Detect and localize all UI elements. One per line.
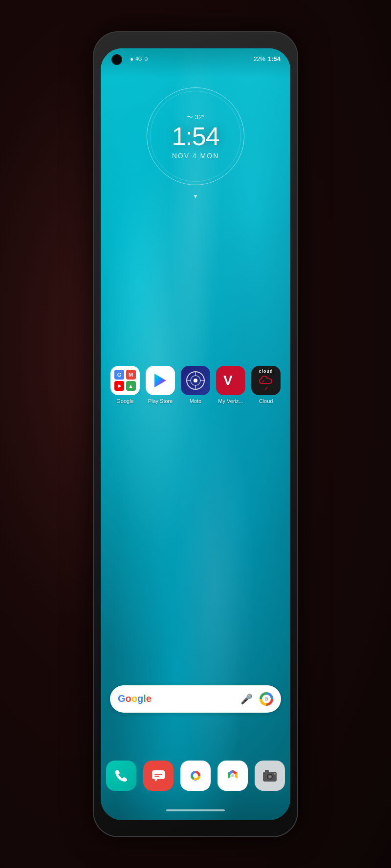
clock-time: 1:54 [172, 124, 219, 149]
cloud-icon[interactable]: cloud ✓ ✓ [251, 366, 281, 395]
moto-icon[interactable] [181, 366, 210, 395]
cloud-svg: ✓ [259, 375, 273, 384]
search-bar[interactable]: Google 🎤 ⊙ [110, 685, 281, 713]
playstore-icon[interactable] [146, 366, 175, 395]
svg-point-24 [274, 773, 276, 775]
phone-call-icon [113, 768, 129, 783]
data-icon: 4G [135, 56, 142, 62]
svg-text:V: V [223, 373, 233, 388]
dock-chrome[interactable] [180, 761, 211, 791]
status-right: 22% 1:54 [254, 55, 281, 63]
svg-point-3 [194, 379, 197, 382]
google-g-logo: Google [118, 693, 152, 704]
verizon-icon[interactable]: V [216, 366, 245, 395]
status-bar: ● 4G ⊙ 22% 1:54 [101, 48, 290, 70]
chrome-icon [187, 767, 204, 784]
app-grid: G M ▶ ▲ Google [105, 366, 286, 404]
signal-icon: ● [130, 56, 133, 63]
dock-phone[interactable] [106, 761, 136, 791]
clock-date: NOV 4 MON [172, 152, 219, 160]
time-status: 1:54 [268, 55, 281, 63]
playstore-label: Play Store [148, 398, 173, 404]
app-verizon[interactable]: V My Veriz... [215, 366, 246, 404]
app-google[interactable]: G M ▶ ▲ Google [109, 366, 141, 404]
lens-icon[interactable]: ⊙ [260, 692, 273, 706]
search-action-icons: 🎤 ⊙ [240, 692, 273, 706]
dock-camera[interactable] [255, 761, 285, 791]
phone-device: ● 4G ⊙ 22% 1:54 〜 32° 1:54 NOV 4 MON ▼ [93, 31, 298, 837]
scroll-down-arrow: ▼ [147, 193, 244, 200]
cloud-label: Cloud [259, 398, 273, 404]
app-cloud[interactable]: cloud ✓ ✓ Cloud [250, 366, 282, 404]
notification-icon: ⊙ [144, 56, 148, 62]
microphone-icon[interactable]: 🎤 [240, 693, 253, 705]
svg-text:✓: ✓ [261, 379, 265, 384]
google-icon[interactable]: G M ▶ ▲ [110, 366, 140, 395]
camera-hole [112, 55, 121, 64]
playstore-svg [152, 372, 169, 389]
svg-point-18 [231, 774, 234, 777]
app-playstore[interactable]: Play Store [145, 366, 176, 404]
temperature-display: 〜 32° [187, 113, 205, 122]
svg-point-16 [193, 773, 198, 778]
phone-screen: ● 4G ⊙ 22% 1:54 〜 32° 1:54 NOV 4 MON ▼ [101, 48, 290, 820]
home-indicator [166, 809, 225, 811]
clock-widget: 〜 32° 1:54 NOV 4 MON ▼ [147, 87, 244, 200]
moto-svg [186, 371, 205, 390]
dock-photos[interactable] [217, 761, 248, 791]
messages-icon [151, 768, 166, 783]
svg-marker-0 [154, 374, 166, 387]
dock [105, 761, 286, 791]
battery-percentage: 22% [254, 56, 265, 63]
clock-circle: 〜 32° 1:54 NOV 4 MON [147, 87, 244, 185]
verizon-svg: V [222, 372, 239, 389]
svg-point-22 [269, 776, 271, 778]
svg-rect-23 [265, 770, 269, 772]
photos-icon [224, 767, 241, 784]
dock-messages[interactable] [143, 761, 174, 791]
verizon-label: My Veriz... [218, 398, 243, 404]
camera-icon [262, 768, 278, 783]
moto-label: Moto [190, 398, 201, 404]
svg-rect-12 [154, 774, 162, 775]
svg-rect-13 [154, 776, 159, 777]
status-left: ● 4G ⊙ [130, 56, 148, 63]
svg-marker-11 [154, 779, 157, 782]
app-moto[interactable]: Moto [180, 366, 211, 404]
google-label: Google [116, 398, 133, 404]
